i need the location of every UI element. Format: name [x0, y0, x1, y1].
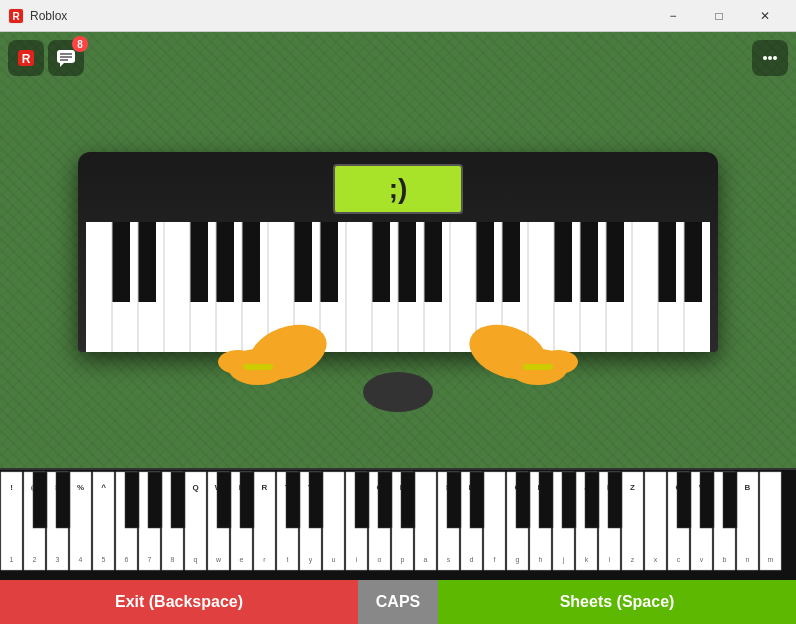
svg-point-58 [538, 350, 578, 374]
menu-icon [760, 48, 780, 68]
home-button[interactable]: R [8, 40, 44, 76]
svg-text:^: ^ [101, 483, 106, 492]
svg-point-55 [218, 350, 258, 374]
chat-button[interactable]: 8 [48, 40, 84, 76]
svg-rect-60 [243, 364, 273, 370]
svg-rect-21 [398, 222, 416, 302]
svg-text:7: 7 [148, 556, 152, 563]
svg-rect-101 [217, 472, 231, 528]
minimize-button[interactable]: − [650, 0, 696, 32]
svg-text:n: n [746, 556, 750, 563]
svg-rect-15 [190, 222, 208, 302]
titlebar-title: Roblox [30, 9, 67, 23]
svg-text:w: w [215, 556, 222, 563]
svg-rect-173 [700, 472, 714, 528]
maximize-button[interactable]: □ [696, 0, 742, 32]
svg-rect-79 [33, 472, 47, 528]
svg-text:x: x [654, 556, 658, 563]
svg-text:R: R [12, 11, 20, 22]
svg-text:3: 3 [56, 556, 60, 563]
svg-text:8: 8 [171, 556, 175, 563]
titlebar: R Roblox − □ ✕ [0, 0, 796, 32]
svg-rect-22 [424, 222, 442, 302]
svg-text:o: o [378, 556, 382, 563]
game-area: R 8 ;) [0, 32, 796, 624]
svg-rect-160 [585, 472, 599, 528]
svg-rect-18 [294, 222, 312, 302]
svg-rect-25 [554, 222, 572, 302]
svg-rect-26 [580, 222, 598, 302]
svg-text:R: R [262, 483, 268, 492]
svg-text:p: p [401, 556, 405, 564]
svg-rect-13 [112, 222, 130, 302]
svg-text:c: c [677, 556, 681, 563]
piano-display: ;) [333, 164, 463, 214]
svg-rect-20 [372, 222, 390, 302]
svg-rect-90 [148, 472, 162, 528]
svg-rect-14 [138, 222, 156, 302]
keyboard-ui: ! 1 @ 2 $ 3 % 4 ^ 5 * 6 [0, 470, 796, 580]
svg-text:h: h [539, 556, 543, 563]
menu-button[interactable] [752, 40, 788, 76]
svg-text:e: e [240, 556, 244, 563]
svg-text:4: 4 [79, 556, 83, 563]
svg-point-10 [768, 56, 772, 60]
svg-text:!: ! [10, 483, 13, 492]
notification-badge: 8 [72, 36, 88, 52]
svg-rect-139 [470, 472, 484, 528]
character-hands [148, 292, 648, 412]
svg-text:q: q [194, 556, 198, 564]
svg-rect-136 [447, 472, 461, 528]
svg-text:u: u [332, 556, 336, 563]
caps-button[interactable]: CAPS [358, 580, 438, 624]
svg-text:t: t [287, 556, 289, 563]
svg-rect-97 [171, 472, 185, 528]
svg-rect-105 [240, 472, 254, 528]
close-button[interactable]: ✕ [742, 0, 788, 32]
svg-rect-17 [242, 222, 260, 302]
svg-rect-179 [723, 472, 737, 528]
svg-text:Q: Q [192, 483, 198, 492]
svg-text:j: j [562, 556, 565, 564]
svg-rect-112 [286, 472, 300, 528]
svg-rect-19 [320, 222, 338, 302]
svg-rect-170 [677, 472, 691, 528]
svg-point-9 [763, 56, 767, 60]
svg-text:z: z [631, 556, 635, 563]
svg-text:m: m [768, 556, 774, 563]
svg-rect-80 [56, 472, 70, 528]
svg-text:g: g [516, 556, 520, 564]
svg-text:k: k [585, 556, 589, 563]
svg-text:6: 6 [125, 556, 129, 563]
chat-icon [56, 48, 76, 68]
svg-text:b: b [723, 556, 727, 563]
svg-rect-163 [608, 472, 622, 528]
svg-text:5: 5 [102, 556, 106, 563]
svg-rect-61 [523, 364, 553, 370]
piano-panel: ! 1 @ 2 $ 3 % 4 ^ 5 * 6 [0, 468, 796, 624]
keyboard-svg: ! 1 @ 2 $ 3 % 4 ^ 5 * 6 [0, 470, 796, 580]
home-icon: R [16, 48, 36, 68]
svg-text:B: B [745, 483, 751, 492]
svg-text:R: R [22, 52, 31, 66]
svg-rect-24 [502, 222, 520, 302]
titlebar-left: R Roblox [8, 8, 67, 24]
exit-button[interactable]: Exit (Backspace) [0, 580, 358, 624]
svg-rect-23 [476, 222, 494, 302]
svg-rect-146 [516, 472, 530, 528]
svg-marker-5 [60, 63, 64, 67]
svg-rect-149 [539, 472, 553, 528]
svg-rect-122 [355, 472, 369, 528]
roblox-ui-top: R 8 [8, 40, 84, 76]
svg-rect-27 [606, 222, 624, 302]
svg-point-59 [363, 372, 433, 412]
svg-rect-126 [378, 472, 392, 528]
piano-3d-model: ;) [78, 152, 718, 352]
svg-text:1: 1 [10, 556, 14, 563]
bottom-buttons: Exit (Backspace) CAPS Sheets (Space) [0, 580, 796, 624]
svg-rect-115 [309, 472, 323, 528]
svg-text:d: d [470, 556, 474, 563]
svg-point-11 [773, 56, 777, 60]
sheets-button[interactable]: Sheets (Space) [438, 580, 796, 624]
svg-rect-156 [562, 472, 576, 528]
